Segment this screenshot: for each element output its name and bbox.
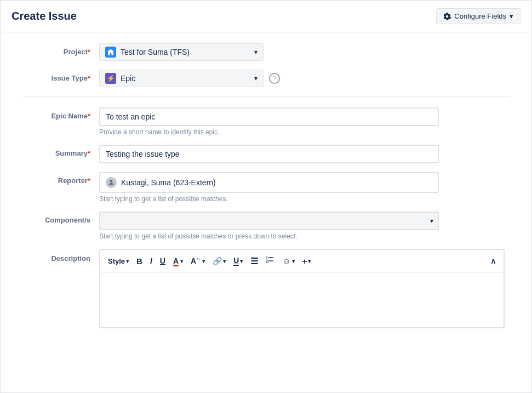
issue-type-label: Issue Type* xyxy=(22,70,99,82)
description-editor: Style ▾ B I U xyxy=(99,249,505,328)
toolbar-bold-button[interactable]: B xyxy=(133,254,146,268)
epic-name-label: Epic Name* xyxy=(22,107,99,120)
issue-type-chevron-icon: ▾ xyxy=(254,75,258,82)
summary-field xyxy=(99,145,439,163)
epic-name-field: Provide a short name to identify this ep… xyxy=(99,107,439,136)
description-editor-body[interactable] xyxy=(100,272,504,327)
toolbar-expand-button[interactable]: ∧ xyxy=(487,254,499,267)
toolbar-style-button[interactable]: Style ▾ xyxy=(105,255,132,267)
project-select[interactable]: Test for Suma (TFS) ▾ xyxy=(99,43,264,61)
issue-type-field: ⚡ Epic ▾ ? xyxy=(99,70,439,87)
issue-type-row: Issue Type* ⚡ Epic ▾ ? xyxy=(22,70,510,87)
toolbar-bullet-button[interactable]: ☰ xyxy=(247,254,261,269)
project-chevron-icon: ▾ xyxy=(254,48,258,56)
underline2-chevron-icon: ▾ xyxy=(240,258,243,264)
project-label: Project* xyxy=(22,43,99,56)
reporter-name: Kustagi, Suma (623-Extern) xyxy=(121,178,216,187)
description-label: Description xyxy=(22,249,99,263)
page-container: Create Issue Configure Fields ▾ Project* xyxy=(0,0,532,393)
reporter-row: Reporter* Kustagi, Suma (623-Extern) Sta… xyxy=(22,172,510,203)
toolbar-numbered-button[interactable]: 1. 2. xyxy=(262,253,278,269)
form-divider xyxy=(22,96,510,96)
link-chevron-icon: ▾ xyxy=(223,258,226,264)
toolbar-text-color-button[interactable]: A ▾ xyxy=(170,254,186,267)
configure-fields-label: Configure Fields xyxy=(454,12,506,20)
summary-input[interactable] xyxy=(99,145,439,163)
epic-name-hint: Provide a short name to identify this ep… xyxy=(99,128,439,136)
issue-type-value: Epic xyxy=(121,74,250,83)
reporter-input[interactable]: Kustagi, Suma (623-Extern) xyxy=(99,172,439,193)
text-color-chevron-icon: ▾ xyxy=(180,258,183,264)
toolbar-link-button[interactable]: 🔗 ▾ xyxy=(209,254,229,267)
emoji-chevron-icon: ▾ xyxy=(292,258,295,264)
gear-icon xyxy=(443,13,451,20)
reporter-field: Kustagi, Suma (623-Extern) Start typing … xyxy=(99,172,439,203)
toolbar-italic-button[interactable]: I xyxy=(147,254,156,267)
issue-type-select[interactable]: ⚡ Epic ▾ xyxy=(99,70,264,87)
toolbar-text-format-button[interactable]: A↑↓ ▾ xyxy=(187,254,208,267)
summary-row: Summary* xyxy=(22,145,510,163)
epic-icon: ⚡ xyxy=(105,73,116,84)
epic-name-input[interactable] xyxy=(99,107,439,126)
component-row: Component/s ▾ Start typing to get a list… xyxy=(22,212,510,240)
reporter-avatar xyxy=(106,177,117,188)
page-title: Create Issue xyxy=(12,10,77,22)
component-hint: Start typing to get a list of possible m… xyxy=(99,232,439,240)
summary-label: Summary* xyxy=(22,145,99,157)
expand-icon: ∧ xyxy=(490,257,496,265)
text-format-chevron-icon: ▾ xyxy=(202,258,205,264)
configure-fields-chevron-icon: ▾ xyxy=(510,12,513,20)
configure-fields-button[interactable]: Configure Fields ▾ xyxy=(436,8,520,24)
header: Create Issue Configure Fields ▾ xyxy=(1,1,531,32)
help-icon[interactable]: ? xyxy=(269,73,280,84)
toolbar-emoji-button[interactable]: ☺ ▾ xyxy=(279,254,298,268)
component-label: Component/s xyxy=(22,212,99,224)
project-icon xyxy=(105,47,116,58)
project-row: Project* Test for Suma (TFS) ▾ xyxy=(22,43,510,61)
reporter-hint: Start typing to get a list of possible m… xyxy=(99,195,439,203)
epic-name-row: Epic Name* Provide a short name to ident… xyxy=(22,107,510,136)
component-select[interactable] xyxy=(99,212,439,230)
toolbar-underline2-button[interactable]: U ▾ xyxy=(230,254,246,268)
form-area: Project* Test for Suma (TFS) ▾ Issue Typ… xyxy=(1,32,531,339)
component-field: ▾ Start typing to get a list of possible… xyxy=(99,212,439,240)
more-chevron-icon: ▾ xyxy=(308,258,311,264)
toolbar-style-chevron-icon: ▾ xyxy=(126,258,129,264)
toolbar-underline-button[interactable]: U xyxy=(157,254,169,267)
editor-toolbar: Style ▾ B I U xyxy=(100,250,504,272)
project-field: Test for Suma (TFS) ▾ xyxy=(99,43,439,61)
project-value: Test for Suma (TFS) xyxy=(121,48,250,56)
reporter-label: Reporter* xyxy=(22,172,99,185)
toolbar-more-button[interactable]: + ▾ xyxy=(299,254,314,268)
description-row: Description Style ▾ B I xyxy=(22,249,510,328)
